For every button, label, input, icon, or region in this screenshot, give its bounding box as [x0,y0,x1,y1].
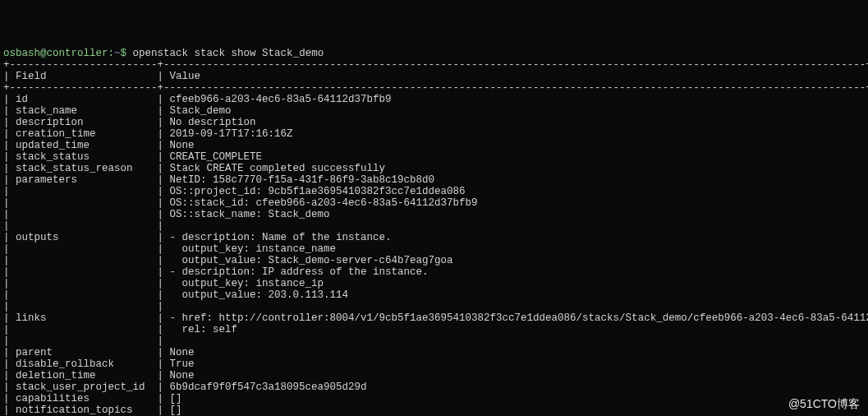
prompt-user: osbash@controller:~ [3,48,121,59]
terminal-output-table: +------------------------+--------------… [3,59,865,416]
command-text: openstack stack show Stack_demo [133,48,324,59]
watermark: @51CTO博客 [788,398,860,411]
